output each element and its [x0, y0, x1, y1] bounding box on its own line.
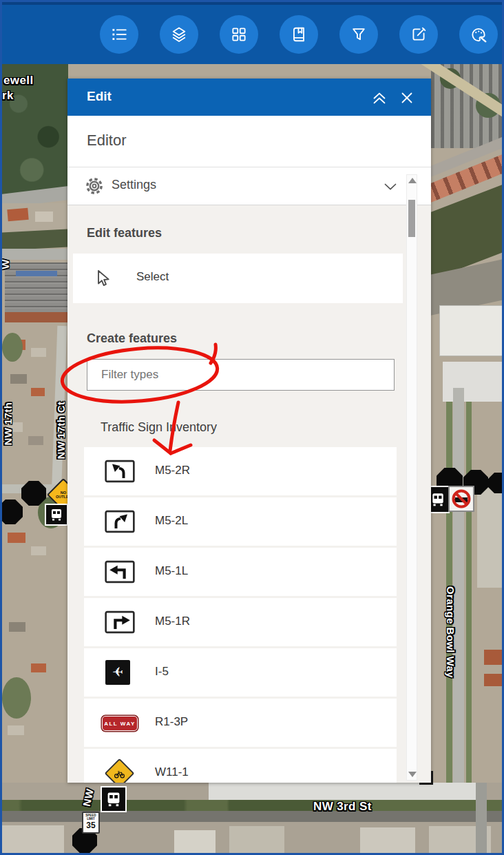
panel-scrollbar[interactable]	[406, 174, 417, 781]
select-tool-label: Select	[136, 270, 169, 284]
speed-limit-value: 35	[83, 821, 98, 830]
create-feature-item-m5-1r[interactable]: M5-1R	[84, 598, 397, 646]
create-feature-item-i-5[interactable]: ✈ I-5	[84, 648, 397, 697]
layers-icon	[170, 25, 188, 43]
map-patch	[484, 650, 503, 665]
map-patch	[2, 333, 23, 362]
street-label: NW 17th Ct	[55, 384, 67, 460]
street-label: NW 17th	[2, 377, 14, 446]
create-feature-item-m5-2r[interactable]: M5-2R	[84, 447, 397, 495]
map-patch	[439, 305, 504, 356]
map-patch	[443, 362, 502, 402]
street-label: ewell	[3, 74, 34, 87]
top-toolbar	[2, 2, 502, 64]
r1-3p-sign-icon: ALL WAY	[102, 716, 138, 731]
map-patch	[360, 827, 415, 855]
stop-sign-symbol[interactable]	[0, 499, 23, 524]
no-trucks-sign-symbol[interactable]	[448, 486, 474, 512]
edit-features-heading: Edit features	[87, 226, 162, 240]
edit-panel: Edit Editor	[67, 79, 431, 783]
edit-icon	[410, 25, 428, 43]
map-patch	[2, 825, 64, 855]
edit-widget-button[interactable]	[399, 15, 438, 54]
map-patch	[2, 811, 504, 822]
filter-types-input[interactable]	[87, 359, 395, 391]
no-trucks-icon	[451, 488, 472, 509]
close-panel-button[interactable]	[397, 87, 417, 108]
map-patch	[31, 663, 46, 672]
all-way-plaque-text: ALL WAY	[104, 721, 136, 727]
svg-text:✈: ✈	[112, 664, 123, 679]
bus-stop-symbol[interactable]	[101, 786, 127, 812]
chevron-down-icon	[384, 183, 397, 190]
scrollbar-thumb[interactable]	[408, 200, 415, 237]
sign-type-label: I-5	[155, 665, 169, 679]
map-patch	[5, 312, 68, 322]
map-patch	[28, 436, 43, 445]
create-feature-item-r1-3p[interactable]: ALL WAY R1-3P	[84, 699, 397, 747]
create-feature-item-m5-2l[interactable]: M5-2L	[84, 497, 397, 546]
speed-limit-sign-symbol[interactable]: SPEED LIMIT 35	[82, 812, 100, 834]
editor-title-block: Editor	[67, 116, 431, 167]
select-cursor-icon	[94, 268, 113, 289]
bus-stop-symbol[interactable]	[45, 504, 68, 526]
create-feature-item-m5-1l[interactable]: M5-1L	[84, 548, 397, 596]
filter-icon	[350, 25, 368, 43]
sign-type-label: M5-1R	[155, 615, 190, 628]
select-tool-button[interactable]: Select	[73, 254, 403, 303]
editor-scroll-area: Settings Edit features Select Create fea…	[67, 167, 431, 783]
street-label: rk	[2, 89, 14, 103]
map-patch	[31, 388, 45, 396]
basemap-icon	[230, 25, 248, 43]
settings-expander[interactable]: Settings	[67, 167, 431, 205]
layers-button[interactable]	[160, 15, 198, 54]
m5-2l-sign-icon	[105, 509, 135, 534]
i-5-sign-icon: ✈	[105, 660, 130, 685]
map-patch	[2, 249, 68, 260]
stop-sign-symbol[interactable]	[21, 481, 46, 506]
map-patch	[16, 271, 57, 276]
map-patch	[209, 783, 477, 801]
sign-type-label: M5-2L	[155, 514, 188, 528]
legend-icon	[110, 25, 128, 43]
app-window: NO OUTLET	[0, 0, 504, 855]
draw-palette-icon	[470, 25, 487, 43]
street-label: NW 3rd St	[313, 800, 372, 814]
edit-panel-header: Edit	[67, 79, 431, 116]
bus-icon	[430, 491, 445, 508]
m5-1l-sign-icon	[105, 559, 135, 584]
sign-type-label: W11-1	[155, 765, 189, 779]
panel-title: Edit	[87, 89, 112, 104]
settings-label: Settings	[112, 178, 156, 192]
scrollbar-down-arrow[interactable]	[408, 772, 417, 777]
map-patch	[229, 826, 284, 855]
bus-icon	[105, 791, 122, 807]
widget-title: Editor	[87, 132, 126, 150]
scrollbar-up-arrow[interactable]	[408, 178, 417, 183]
draw-button[interactable]	[459, 15, 498, 54]
map-patch	[0, 229, 72, 250]
map-patch	[35, 212, 53, 222]
map-patch	[2, 677, 31, 719]
bus-icon	[50, 508, 63, 522]
map-patch	[31, 348, 46, 357]
w11-1-sign-icon	[105, 759, 135, 783]
double-chevron-up-icon	[372, 92, 387, 104]
map-patch	[7, 208, 28, 222]
legend-button[interactable]	[100, 15, 138, 54]
map-patch	[8, 725, 24, 735]
collapse-panel-button[interactable]	[369, 87, 390, 108]
map-patch	[174, 830, 216, 855]
map-patch	[31, 546, 46, 555]
basemap-button[interactable]	[220, 15, 258, 54]
close-icon	[400, 91, 414, 105]
sign-type-label: M5-1L	[155, 564, 188, 578]
create-feature-item-w11-1[interactable]: W11-1	[84, 749, 397, 783]
map-patch	[466, 402, 472, 815]
sign-type-label: M5-2R	[155, 464, 190, 477]
map-patch	[2, 800, 504, 811]
create-features-heading: Create features	[87, 331, 177, 346]
bookmarks-button[interactable]	[280, 15, 318, 54]
layer-group-heading: Traffic Sign Inventory	[101, 420, 217, 435]
filter-button[interactable]	[339, 15, 378, 54]
